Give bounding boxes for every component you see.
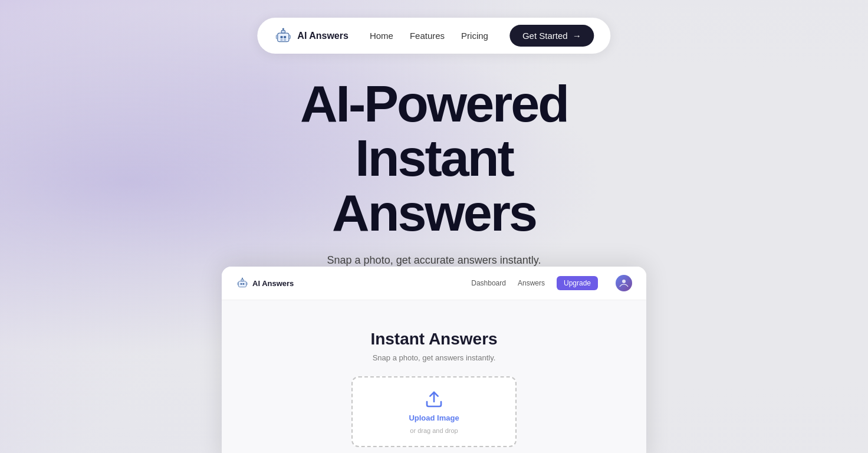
app-preview-content-title: Instant Answers (370, 330, 497, 349)
nav-links: Home Features Pricing (370, 31, 488, 41)
app-preview-logo (236, 277, 249, 290)
svg-rect-8 (281, 39, 283, 40)
app-preview-brand-name: AI Answers (252, 279, 294, 288)
hero-subtitle: Snap a photo, get accurate answers insta… (327, 254, 541, 267)
svg-point-5 (282, 28, 284, 29)
app-preview-navbar: AI Answers Dashboard Answers Upgrade (222, 267, 646, 300)
svg-rect-13 (241, 279, 244, 281)
nav-brand: AI Answers (274, 27, 348, 45)
app-preview-answers-link[interactable]: Answers (518, 279, 545, 287)
app-preview-avatar (616, 275, 632, 291)
svg-rect-11 (241, 283, 242, 285)
svg-rect-10 (238, 281, 246, 287)
upload-icon (425, 390, 443, 409)
nav-link-features[interactable]: Features (410, 31, 445, 41)
nav-robot-icon (274, 27, 292, 45)
svg-point-19 (622, 280, 626, 283)
nav-cta-button[interactable]: Get Started → (509, 25, 594, 47)
app-preview-brand: AI Answers (236, 277, 294, 290)
hero-title: AI-Powered Instant Answers (300, 77, 568, 240)
upload-hint: or drag and drop (410, 427, 458, 434)
svg-point-15 (242, 278, 243, 279)
nav-link-pricing[interactable]: Pricing (461, 31, 488, 41)
upload-zone[interactable]: Upload Image or drag and drop (351, 376, 517, 447)
svg-rect-12 (243, 283, 245, 285)
svg-rect-9 (284, 39, 286, 40)
svg-rect-2 (284, 36, 286, 38)
svg-rect-7 (289, 35, 290, 38)
svg-rect-3 (281, 30, 285, 33)
svg-rect-17 (246, 283, 248, 285)
svg-rect-1 (281, 36, 283, 38)
app-preview-content-subtitle: Snap a photo, get answers instantly. (373, 353, 496, 362)
svg-rect-0 (278, 33, 289, 41)
nav-brand-name: AI Answers (297, 31, 348, 41)
main-navbar: AI Answers Home Features Pricing Get Sta… (257, 18, 610, 54)
upload-label: Upload Image (409, 413, 459, 422)
svg-rect-6 (276, 35, 277, 38)
svg-rect-16 (238, 283, 239, 285)
app-preview-dashboard-link[interactable]: Dashboard (471, 279, 506, 287)
app-preview-content: Instant Answers Snap a photo, get answer… (222, 300, 646, 453)
nav-link-home[interactable]: Home (370, 31, 393, 41)
app-preview-upgrade-button[interactable]: Upgrade (557, 276, 598, 290)
app-preview-window: AI Answers Dashboard Answers Upgrade Ins… (222, 267, 646, 453)
app-preview-nav-links: Dashboard Answers Upgrade (471, 275, 632, 291)
